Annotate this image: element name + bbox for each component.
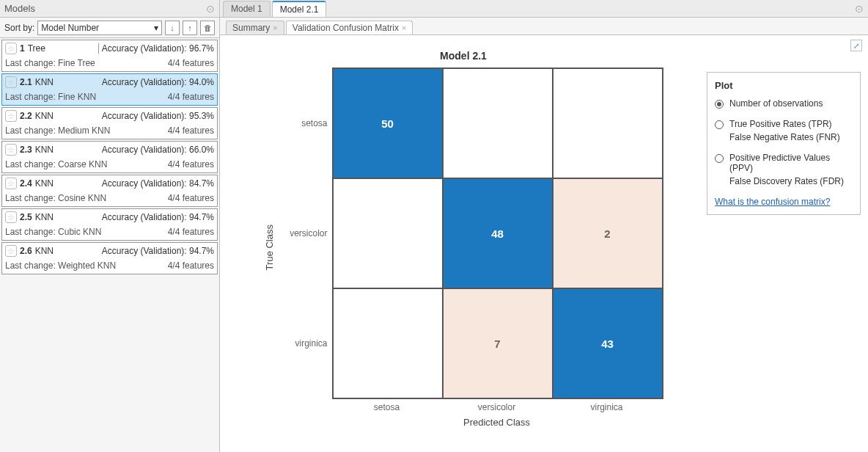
sort-asc-button[interactable]: ↑ bbox=[183, 21, 197, 35]
matrix-cell bbox=[333, 288, 443, 398]
plot-panel-title: Plot bbox=[715, 80, 853, 91]
model-item[interactable]: ☆ 2.4 KNN Accuracy (Validation): 84.7% L… bbox=[1, 175, 218, 207]
model-accuracy: Accuracy (Validation): 94.7% bbox=[102, 212, 214, 222]
expand-icon[interactable]: ⤢ bbox=[850, 40, 862, 51]
model-last-change: Last change: Coarse KNN bbox=[5, 159, 107, 170]
model-last-change: Last change: Cubic KNN bbox=[5, 227, 101, 237]
chevron-down-icon: ▾ bbox=[154, 23, 158, 33]
sub-tab[interactable]: Validation Confusion Matrix× bbox=[286, 21, 413, 34]
matrix-cell: 43 bbox=[553, 288, 663, 398]
sub-tab[interactable]: Summary× bbox=[226, 21, 284, 34]
model-type: KNN bbox=[35, 178, 54, 189]
model-tab[interactable]: Model 1 bbox=[223, 1, 271, 17]
model-id: 1 bbox=[20, 43, 25, 54]
model-type: KNN bbox=[35, 111, 54, 121]
sort-label: Sort by: bbox=[4, 23, 34, 33]
model-id: 2.1 bbox=[20, 77, 32, 87]
delete-button[interactable]: 🗑 bbox=[200, 21, 215, 35]
models-header: Models ⊙ bbox=[0, 0, 219, 18]
model-features: 4/4 features bbox=[168, 125, 214, 136]
star-icon[interactable]: ☆ bbox=[5, 245, 17, 257]
model-last-change: Last change: Weighted KNN bbox=[5, 260, 116, 271]
model-item[interactable]: ☆ 2.2 KNN Accuracy (Validation): 95.3% L… bbox=[1, 107, 218, 139]
model-last-change: Last change: Fine Tree bbox=[5, 58, 95, 68]
row-label: virginica bbox=[281, 288, 332, 398]
star-icon[interactable]: ☆ bbox=[5, 178, 17, 189]
matrix-cell bbox=[443, 68, 553, 178]
model-type: KNN bbox=[35, 212, 54, 222]
sort-bar: Sort by: Model Number ▾ ↓ ↑ 🗑 bbox=[0, 18, 219, 38]
model-features: 4/4 features bbox=[168, 58, 214, 68]
chart-zone: Model 2.1 True Class setosa versicolor v… bbox=[220, 35, 707, 452]
matrix-cell bbox=[333, 178, 443, 288]
model-id: 2.6 bbox=[20, 246, 32, 256]
close-icon[interactable]: ⊙ bbox=[855, 3, 864, 15]
model-last-change: Last change: Medium KNN bbox=[5, 125, 110, 136]
model-accuracy: Accuracy (Validation): 66.0% bbox=[102, 145, 214, 155]
model-item[interactable]: ☆ 1 Tree Accuracy (Validation): 96.7% La… bbox=[1, 40, 218, 72]
model-tab[interactable]: Model 2.1 bbox=[272, 1, 327, 17]
matrix-cell: 2 bbox=[553, 178, 663, 288]
radio-tpr-fnr[interactable]: True Positive Rates (TPR) False Negative… bbox=[715, 119, 853, 142]
model-list: ☆ 1 Tree Accuracy (Validation): 96.7% La… bbox=[0, 38, 219, 452]
radio-ppv-fdr[interactable]: Positive Predictive Values (PPV) False D… bbox=[715, 153, 853, 186]
radio-icon bbox=[715, 154, 724, 163]
model-id: 2.5 bbox=[20, 212, 32, 222]
confusion-matrix: 50482743 bbox=[332, 68, 663, 399]
sort-select[interactable]: Model Number ▾ bbox=[37, 21, 162, 35]
star-icon[interactable]: ☆ bbox=[5, 110, 17, 122]
model-item[interactable]: ☆ 2.1 KNN Accuracy (Validation): 94.0% L… bbox=[1, 73, 218, 106]
model-type: KNN bbox=[35, 145, 54, 155]
model-item[interactable]: ☆ 2.5 KNN Accuracy (Validation): 94.7% L… bbox=[1, 208, 218, 241]
matrix-cell: 7 bbox=[443, 288, 553, 398]
star-icon[interactable]: ☆ bbox=[5, 144, 17, 156]
x-axis-label: Predicted Class bbox=[332, 417, 662, 428]
model-type: Tree bbox=[28, 43, 45, 54]
radio-icon bbox=[715, 100, 724, 109]
col-labels: setosa versicolor virginica bbox=[332, 399, 663, 412]
close-icon[interactable]: × bbox=[402, 23, 406, 32]
model-id: 2.4 bbox=[20, 178, 32, 189]
model-id: 2.3 bbox=[20, 145, 32, 155]
model-tabbar: Model 1Model 2.1 ⊙ bbox=[220, 0, 868, 18]
chart-title: Model 2.1 bbox=[235, 50, 692, 62]
model-features: 4/4 features bbox=[168, 193, 214, 203]
sub-tabbar: Summary×Validation Confusion Matrix× bbox=[220, 18, 868, 35]
model-features: 4/4 features bbox=[168, 260, 214, 271]
star-icon[interactable]: ☆ bbox=[5, 43, 17, 54]
model-last-change: Last change: Cosine KNN bbox=[5, 193, 106, 203]
matrix-cell bbox=[553, 68, 663, 178]
model-type: KNN bbox=[35, 77, 54, 87]
matrix-cell: 48 bbox=[443, 178, 553, 288]
radio-observations[interactable]: Number of observations bbox=[715, 98, 853, 109]
model-accuracy: Accuracy (Validation): 96.7% bbox=[98, 43, 214, 54]
model-id: 2.2 bbox=[20, 111, 32, 121]
model-accuracy: Accuracy (Validation): 95.3% bbox=[102, 111, 214, 121]
col-label: virginica bbox=[552, 399, 662, 412]
col-label: setosa bbox=[332, 399, 442, 412]
help-link[interactable]: What is the confusion matrix? bbox=[715, 197, 853, 207]
row-label: setosa bbox=[281, 68, 332, 178]
close-icon[interactable]: ⊙ bbox=[206, 3, 215, 15]
radio-icon bbox=[715, 120, 724, 129]
model-type: KNN bbox=[35, 246, 54, 256]
model-item[interactable]: ☆ 2.3 KNN Accuracy (Validation): 66.0% L… bbox=[1, 141, 218, 173]
plot-options-panel: Plot Number of observations True Positiv… bbox=[707, 72, 861, 215]
model-features: 4/4 features bbox=[168, 92, 214, 102]
col-label: versicolor bbox=[442, 399, 552, 412]
content-area: ⤢ Model 2.1 True Class setosa versicolor… bbox=[220, 35, 868, 452]
model-accuracy: Accuracy (Validation): 94.7% bbox=[102, 246, 214, 256]
row-label: versicolor bbox=[281, 178, 332, 288]
y-axis-label: True Class bbox=[264, 225, 275, 270]
main-area: Model 1Model 2.1 ⊙ Summary×Validation Co… bbox=[220, 0, 868, 452]
model-item[interactable]: ☆ 2.6 KNN Accuracy (Validation): 94.7% L… bbox=[1, 242, 218, 274]
star-icon[interactable]: ☆ bbox=[5, 211, 17, 223]
models-panel: Models ⊙ Sort by: Model Number ▾ ↓ ↑ 🗑 ☆… bbox=[0, 0, 220, 452]
sort-desc-button[interactable]: ↓ bbox=[165, 21, 180, 35]
models-title: Models bbox=[4, 3, 35, 14]
confusion-matrix-wrapper: setosa versicolor virginica 50482743 set… bbox=[281, 68, 663, 428]
model-accuracy: Accuracy (Validation): 84.7% bbox=[102, 178, 214, 189]
star-icon[interactable]: ☆ bbox=[5, 76, 17, 88]
model-accuracy: Accuracy (Validation): 94.0% bbox=[102, 77, 214, 87]
close-icon[interactable]: × bbox=[273, 23, 277, 32]
